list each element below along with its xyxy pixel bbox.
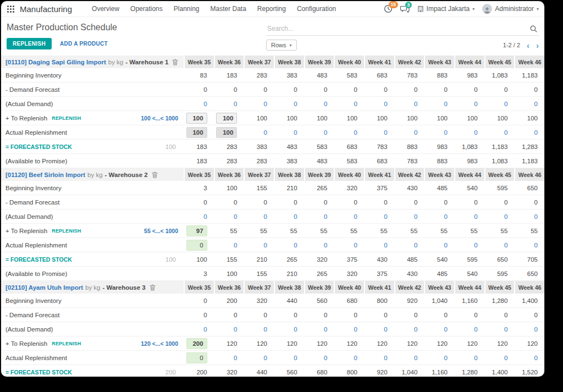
cell-actual_demand[interactable]: 0 [424,101,454,107]
cell-actual_replenishment[interactable]: 0 [364,355,394,361]
cell-actual_demand[interactable]: 0 [484,326,515,333]
search-icon[interactable] [530,25,537,35]
app-name[interactable]: Manufacturing [20,4,72,14]
cell-actual_demand[interactable]: 0 [364,213,394,220]
cell-actual_demand[interactable]: 0 [244,326,274,333]
cell-actual_replenishment[interactable]: 0 [304,355,334,361]
cell-actual_demand[interactable]: 0 [304,213,334,220]
cell-actual_demand[interactable]: 0 [484,213,515,220]
trash-icon[interactable] [172,59,178,65]
cell-actual_demand[interactable]: 0 [334,326,364,333]
cell-actual_replenishment[interactable]: 0 [394,129,424,136]
cell-actual_replenishment[interactable]: 0 [304,129,334,136]
actual_replenishment-input[interactable]: 0 [186,240,207,251]
activities-button[interactable]: 15 [384,4,393,13]
cell-actual_replenishment[interactable]: 0 [454,242,484,249]
to_replenish-input[interactable]: 97 [186,225,207,236]
to_replenish-input[interactable]: 100 [186,113,207,124]
cell-actual_replenishment[interactable]: 0 [244,355,274,361]
cell-actual_replenishment[interactable]: 0 [394,355,424,361]
product-title-link[interactable]: [01120] Beef Sirloin Import [5,172,85,178]
cell-actual_demand[interactable]: 0 [304,101,334,107]
cell-actual_replenishment[interactable]: 0 [244,242,274,249]
cell-actual_demand[interactable]: 0 [514,326,544,333]
cell-actual_demand[interactable]: 0 [184,213,214,220]
messages-button[interactable]: 3 [400,5,410,13]
replenish-link[interactable]: REPLENISH [52,228,81,234]
cell-actual_demand[interactable]: 0 [334,213,364,220]
menu-reporting[interactable]: Reporting [257,5,286,13]
pager-previous-icon[interactable]: ‹ [527,41,529,49]
product-title-link[interactable]: [02110] Ayam Utuh Import [5,284,83,291]
cell-actual_demand[interactable]: 0 [184,101,214,107]
cell-actual_demand[interactable]: 0 [454,213,484,220]
cell-actual_replenishment[interactable]: 0 [334,242,364,249]
replenish-range-link[interactable]: 100 <...< 1000 [141,115,184,122]
user-menu[interactable]: Administrator ▾ [482,4,539,14]
to_replenish-input[interactable]: 100 [216,113,237,124]
actual_replenishment-input[interactable]: 100 [186,127,207,138]
replenish-range-link[interactable]: 120 <...< 1000 [141,340,184,347]
cell-actual_replenishment[interactable]: 0 [334,355,364,361]
cell-actual_demand[interactable]: 0 [214,213,244,220]
cell-actual_demand[interactable]: 0 [274,326,304,333]
cell-actual_demand[interactable]: 0 [424,213,454,220]
menu-overview[interactable]: Overview [92,5,119,13]
cell-actual_demand[interactable]: 0 [214,326,244,333]
cell-actual_demand[interactable]: 0 [184,326,214,333]
cell-actual_demand[interactable]: 0 [334,101,364,107]
actual_replenishment-input[interactable]: 0 [186,352,207,363]
cell-actual_replenishment[interactable]: 0 [334,129,364,136]
replenish-range-link[interactable]: 55 <...< 1000 [144,228,184,234]
cell-actual_replenishment[interactable]: 0 [364,242,394,249]
cell-actual_demand[interactable]: 0 [514,101,544,107]
product-title-link[interactable]: [01110] Daging Sapi Giling Import [5,59,106,65]
cell-actual_replenishment[interactable]: 0 [274,129,304,136]
cell-actual_demand[interactable]: 0 [394,326,424,333]
replenish-link[interactable]: REPLENISH [52,341,81,346]
company-switcher[interactable]: Impact Jakarta ▾ [417,5,475,13]
cell-actual_replenishment[interactable]: 0 [484,129,515,136]
menu-master-data[interactable]: Master Data [211,5,246,13]
cell-actual_demand[interactable]: 0 [424,326,454,333]
cell-actual_demand[interactable]: 0 [454,101,484,107]
cell-actual_demand[interactable]: 0 [514,213,544,220]
apps-grid-icon[interactable] [7,5,15,13]
cell-actual_demand[interactable]: 0 [364,101,394,107]
menu-configuration[interactable]: Configuration [297,5,336,13]
cell-actual_replenishment[interactable]: 0 [304,242,334,249]
cell-actual_replenishment[interactable]: 0 [424,129,454,136]
cell-actual_replenishment[interactable]: 0 [514,355,544,361]
cell-actual_demand[interactable]: 0 [364,326,394,333]
cell-actual_replenishment[interactable]: 0 [244,129,274,136]
cell-actual_demand[interactable]: 0 [304,326,334,333]
menu-operations[interactable]: Operations [130,5,163,13]
cell-actual_demand[interactable]: 0 [394,213,424,220]
cell-actual_replenishment[interactable]: 0 [424,355,454,361]
cell-actual_replenishment[interactable]: 0 [514,129,544,136]
trash-icon[interactable] [152,172,158,178]
cell-actual_replenishment[interactable]: 0 [514,242,544,249]
cell-actual_demand[interactable]: 0 [454,326,484,333]
cell-actual_replenishment[interactable]: 0 [484,355,515,361]
replenish-link[interactable]: REPLENISH [52,115,81,121]
cell-actual_demand[interactable]: 0 [274,213,304,220]
cell-actual_replenishment[interactable]: 0 [424,242,454,249]
cell-actual_demand[interactable]: 0 [214,101,244,107]
trash-icon[interactable] [150,284,156,291]
pager-next-icon[interactable]: › [536,41,539,49]
cell-actual_replenishment[interactable]: 0 [274,242,304,249]
cell-actual_replenishment[interactable]: 0 [214,242,244,249]
cell-actual_demand[interactable]: 0 [484,101,515,107]
to_replenish-input[interactable]: 200 [186,338,207,349]
add-product-button[interactable]: ADD A PRODUCT [60,41,108,47]
cell-actual_replenishment[interactable]: 0 [454,355,484,361]
cell-actual_demand[interactable]: 0 [244,213,274,220]
search-input[interactable] [266,22,539,35]
cell-actual_replenishment[interactable]: 0 [454,129,484,136]
cell-actual_replenishment[interactable]: 0 [364,129,394,136]
replenish-button[interactable]: REPLENISH [7,38,52,49]
cell-actual_replenishment[interactable]: 0 [394,242,424,249]
menu-planning[interactable]: Planning [174,5,200,13]
cell-actual_replenishment[interactable]: 0 [214,355,244,361]
